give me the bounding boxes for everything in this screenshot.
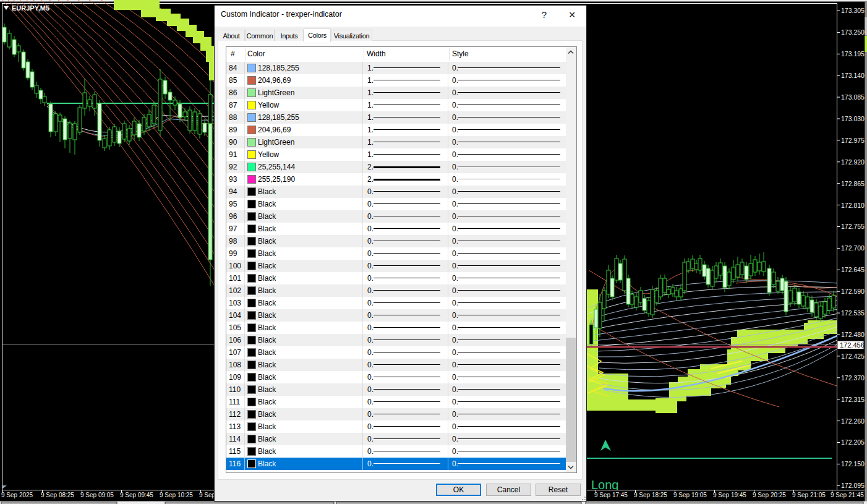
svg-text:9 Sep 21:45: 9 Sep 21:45	[831, 492, 864, 498]
svg-text:9 Sep 19:45: 9 Sep 19:45	[713, 492, 746, 498]
svg-text:172.535: 172.535	[841, 309, 865, 317]
svg-text:9 Sep 10:25: 9 Sep 10:25	[160, 492, 193, 498]
svg-text:9 Sep 17:45: 9 Sep 17:45	[594, 492, 628, 498]
svg-text:Long: Long	[591, 478, 619, 492]
svg-text:173.085: 173.085	[841, 93, 865, 101]
svg-text:172.755: 172.755	[841, 223, 865, 230]
svg-text:9 Sep 18:25: 9 Sep 18:25	[634, 492, 667, 498]
svg-text:173.305: 173.305	[841, 7, 865, 14]
svg-text:9 Sep 09:45: 9 Sep 09:45	[120, 492, 153, 498]
svg-text:9 Sep 21:05: 9 Sep 21:05	[792, 492, 826, 498]
svg-text:172.095: 172.095	[841, 482, 865, 489]
svg-text:EURJPY,M5: EURJPY,M5	[12, 4, 49, 12]
svg-text:9 Sep 19:05: 9 Sep 19:05	[673, 492, 707, 498]
svg-text:9 Sep 08:25: 9 Sep 08:25	[41, 492, 74, 498]
svg-text:172.150: 172.150	[841, 460, 865, 468]
svg-text:173.030: 173.030	[841, 115, 865, 122]
svg-text:172.370: 172.370	[841, 374, 865, 382]
svg-text:172.480: 172.480	[841, 331, 865, 338]
svg-text:172.590: 172.590	[841, 288, 865, 295]
svg-text:172.700: 172.700	[841, 244, 865, 252]
svg-text:9 Sep 09:05: 9 Sep 09:05	[80, 492, 114, 498]
svg-text:173.140: 173.140	[841, 72, 865, 79]
svg-text:172.920: 172.920	[841, 158, 865, 166]
svg-text:172.645: 172.645	[841, 266, 865, 273]
svg-text:9 Sep 2025: 9 Sep 2025	[1, 492, 33, 498]
svg-text:172.425: 172.425	[841, 352, 865, 360]
svg-text:172.865: 172.865	[841, 180, 865, 187]
svg-text:172.260: 172.260	[841, 417, 865, 425]
svg-text:172.315: 172.315	[841, 396, 865, 403]
svg-text:9 Sep: 9 Sep	[199, 492, 216, 498]
svg-text:172.456: 172.456	[840, 341, 865, 349]
svg-text:172.205: 172.205	[841, 438, 865, 446]
svg-text:172.975: 172.975	[841, 137, 865, 144]
svg-text:172.810: 172.810	[841, 202, 865, 209]
svg-text:173.250: 173.250	[841, 28, 865, 36]
svg-text:9 Sep 20:25: 9 Sep 20:25	[753, 492, 786, 498]
svg-text:173.195: 173.195	[841, 50, 865, 58]
